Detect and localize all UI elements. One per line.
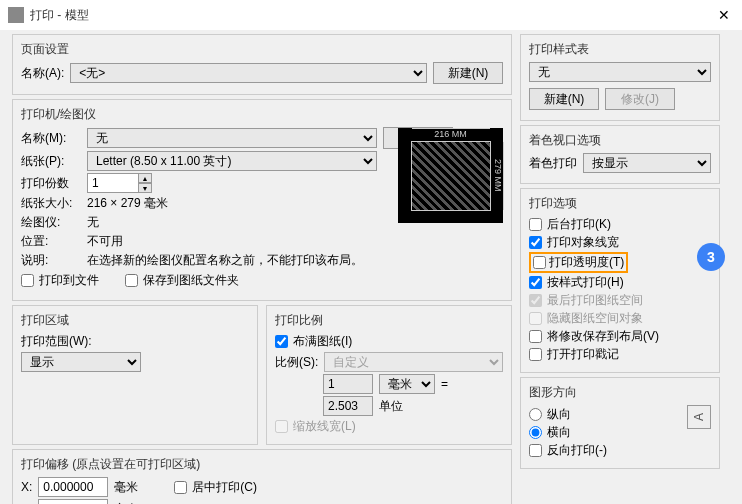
chk-fit[interactable]: 布满图纸(I): [275, 333, 503, 350]
area-group: 打印区域 打印范围(W): 显示: [12, 305, 258, 445]
plotter-label: 绘图仪:: [21, 214, 81, 231]
scale-num2: [323, 396, 373, 416]
area-heading: 打印区域: [21, 312, 249, 329]
range-label: 打印范围(W):: [21, 333, 92, 350]
option-6[interactable]: 将修改保存到布局(V): [529, 328, 711, 345]
chk-to-file[interactable]: 打印到文件: [21, 272, 99, 289]
window-title: 打印 - 模型: [30, 7, 89, 24]
printer-heading: 打印机/绘图仪: [21, 106, 503, 123]
chk-center[interactable]: 居中打印(C): [174, 479, 257, 496]
page-setup-new-button[interactable]: 新建(N): [433, 62, 503, 84]
option-5: 隐藏图纸空间对象: [529, 310, 711, 327]
option-1[interactable]: 打印对象线宽: [529, 234, 711, 251]
copies-label: 打印份数: [21, 175, 81, 192]
location-value: 不可用: [87, 233, 123, 250]
papersize-label: 纸张大小:: [21, 195, 81, 212]
page-setup-name-select[interactable]: <无>: [70, 63, 427, 83]
page-setup-group: 页面设置 名称(A): <无> 新建(N): [12, 34, 512, 95]
shade-group: 着色视口选项 着色打印 按显示: [520, 125, 720, 184]
preview-height: 279 MM: [493, 142, 504, 210]
paper-preview: 216 MM 279 MM: [398, 128, 503, 223]
scale-num1: [323, 374, 373, 394]
styletable-select[interactable]: 无: [529, 62, 711, 82]
printer-group: 打印机/绘图仪 名称(M): 无 特性(R) 纸张(P): Letter (8.…: [12, 99, 512, 301]
chk-scale-lw[interactable]: 缩放线宽(L): [275, 418, 503, 435]
orient-group: 图形方向 纵向 横向 反向打印(-) A: [520, 377, 720, 469]
chk-save-paper[interactable]: 保存到图纸文件夹: [125, 272, 239, 289]
scale-unit1[interactable]: 毫米: [379, 374, 435, 394]
radio-portrait[interactable]: 纵向: [529, 406, 687, 423]
scale-heading: 打印比例: [275, 312, 503, 329]
offset-group: 打印偏移 (原点设置在可打印区域) X: 毫米 居中打印(C) Y: 毫米: [12, 449, 512, 504]
offset-heading: 打印偏移 (原点设置在可打印区域): [21, 456, 503, 473]
preview-width: 216 MM: [412, 128, 490, 139]
desc-label: 说明:: [21, 252, 81, 269]
option-4: 最后打印图纸空间: [529, 292, 711, 309]
shade-label: 着色打印: [529, 155, 577, 172]
plotter-value: 无: [87, 214, 99, 231]
printer-name-select[interactable]: 无: [87, 128, 377, 148]
options-group: 打印选项 后台打印(K)打印对象线宽打印透明度(T)按样式打印(H)最后打印图纸…: [520, 188, 720, 373]
chk-reverse[interactable]: 反向打印(-): [529, 442, 687, 459]
range-select[interactable]: 显示: [21, 352, 141, 372]
y-input[interactable]: [38, 499, 108, 504]
paper-select[interactable]: Letter (8.50 x 11.00 英寸): [87, 151, 377, 171]
app-icon: [8, 7, 24, 23]
close-icon[interactable]: ✕: [718, 7, 734, 23]
paper-label: 纸张(P):: [21, 153, 81, 170]
scale-unit2: 单位: [379, 398, 403, 415]
desc-value: 在选择新的绘图仪配置名称之前，不能打印该布局。: [87, 252, 363, 269]
page-setup-name-label: 名称(A):: [21, 65, 64, 82]
printer-name-label: 名称(M):: [21, 130, 81, 147]
papersize-value: 216 × 279 毫米: [87, 195, 168, 212]
scale-group: 打印比例 布满图纸(I) 比例(S): 自定义 毫米 = 单位 缩放线宽(L): [266, 305, 512, 445]
styletable-edit-button: 修改(J): [605, 88, 675, 110]
equals: =: [441, 377, 448, 391]
option-2[interactable]: 打印透明度(T): [529, 252, 711, 273]
copies-up[interactable]: ▲: [138, 173, 152, 183]
x-input[interactable]: [38, 477, 108, 497]
option-0[interactable]: 后台打印(K): [529, 216, 711, 233]
callout-badge: 3: [697, 243, 725, 271]
options-heading: 打印选项: [529, 195, 711, 212]
location-label: 位置:: [21, 233, 81, 250]
option-3[interactable]: 按样式打印(H): [529, 274, 711, 291]
x-unit: 毫米: [114, 479, 138, 496]
x-label: X:: [21, 480, 32, 494]
orient-icon: A: [687, 405, 711, 429]
shade-select[interactable]: 按显示: [583, 153, 711, 173]
copies-input[interactable]: [87, 173, 139, 193]
ratio-label: 比例(S):: [275, 354, 318, 371]
styletable-new-button[interactable]: 新建(N): [529, 88, 599, 110]
y-unit: 毫米: [114, 501, 138, 505]
option-7[interactable]: 打开打印戳记: [529, 346, 711, 363]
styletable-heading: 打印样式表: [529, 41, 711, 58]
copies-down[interactable]: ▼: [138, 183, 152, 193]
page-setup-heading: 页面设置: [21, 41, 503, 58]
orient-heading: 图形方向: [529, 384, 711, 401]
ratio-select: 自定义: [324, 352, 503, 372]
styletable-group: 打印样式表 无 新建(N) 修改(J): [520, 34, 720, 121]
radio-landscape[interactable]: 横向: [529, 424, 687, 441]
shade-heading: 着色视口选项: [529, 132, 711, 149]
